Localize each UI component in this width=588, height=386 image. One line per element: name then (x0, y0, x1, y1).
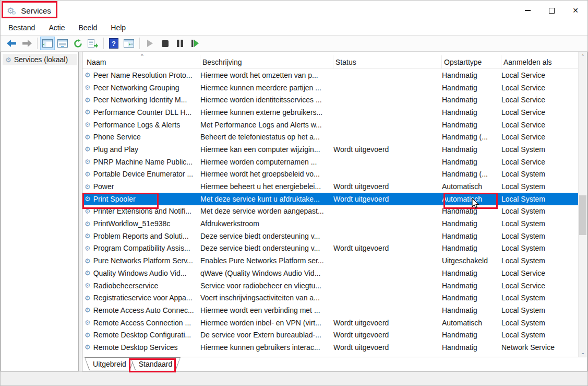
service-startup-cell: Handmatig (442, 294, 501, 302)
tree-item-services-local[interactable]: ⚙ Services (lokaal) (3, 54, 77, 65)
table-row[interactable]: ⚙ Phone Service Beheert de telefoniestat… (82, 131, 578, 143)
pause-icon (177, 40, 183, 47)
properties-icon (57, 39, 68, 48)
table-row[interactable]: ⚙ Peer Name Resolution Proto... Hiermee … (82, 69, 578, 81)
show-console-tree-button[interactable] (40, 37, 55, 50)
table-row[interactable]: ⚙ Problem Reports and Soluti... Deze ser… (82, 230, 578, 242)
table-row[interactable]: ⚙ Remote Access Auto Connec... Hiermee w… (82, 304, 578, 317)
refresh-button[interactable] (70, 37, 85, 50)
table-row[interactable]: ⚙ Portable Device Enumerator ... Hiermee… (82, 168, 578, 181)
table-row[interactable]: ⚙ Remote Access Connection ... Hiermee w… (82, 317, 578, 329)
properties-button[interactable] (55, 37, 70, 50)
close-button[interactable]: ✕ (563, 1, 587, 20)
start-service-button[interactable] (142, 37, 157, 50)
table-row[interactable]: ⚙ Peer Networking Identity M... Hiermee … (82, 93, 578, 106)
column-header-beschrijving[interactable]: Beschrijving (200, 55, 333, 69)
tab-label: Standaard (130, 357, 181, 370)
table-row[interactable]: ⚙ Radiobeheerservice Service voor radiob… (82, 279, 578, 292)
service-status-cell: Wordt uitgevoerd (333, 145, 442, 154)
table-row[interactable]: ⚙ Registratieservice voor Appa... Voert … (82, 291, 578, 304)
sort-ascending-icon: ^ (141, 53, 143, 59)
service-description-cell: Hiermee wordt een verbinding met ... (200, 306, 333, 314)
tab-uitgebreid[interactable]: Uitgebreid (85, 357, 135, 370)
scroll-up-icon[interactable]: ⌃ (579, 52, 587, 61)
forward-button[interactable] (19, 37, 34, 50)
service-name-cell: ⚙ PrintWorkflow_51e938c (85, 219, 200, 228)
minimize-icon (525, 10, 531, 11)
column-header-opstarttype[interactable]: Opstarttype (442, 55, 501, 69)
service-name-cell: ⚙ Plug and Play (85, 145, 200, 154)
minimize-button[interactable] (515, 1, 539, 20)
service-startup-cell: Handmatig (442, 207, 501, 215)
column-header-aanmelden-als[interactable]: Aanmelden als (501, 55, 578, 69)
service-name: Performance Logs & Alerts (93, 121, 181, 129)
table-row[interactable]: ⚙ PrintWorkflow_51e938c Afdrukwerkstroom… (82, 217, 578, 230)
service-logon-cell: Local System (501, 256, 578, 265)
pause-service-button[interactable] (173, 37, 187, 50)
table-row[interactable]: ⚙ Pure Networks Platform Serv... Enables… (82, 254, 578, 267)
service-logon-cell: Local System (501, 306, 578, 314)
menu-actie[interactable]: Actie (42, 21, 71, 34)
table-row[interactable]: ⚙ Remote Desktop Configurati... De servi… (82, 329, 578, 341)
table-row[interactable]: ⚙ Print Spooler Met deze service kunt u … (82, 193, 578, 205)
table-row[interactable]: ⚙ PNRP Machine Name Public... Hiermee wo… (82, 156, 578, 168)
menu-help[interactable]: Help (104, 21, 133, 34)
service-startup-cell: Handmatig (... (442, 133, 501, 141)
service-logon-cell: Local System (501, 195, 578, 203)
service-description-cell: Service voor radiobeheer en vliegtu... (200, 282, 333, 290)
table-row[interactable]: ⚙ Performance Counter DLL H... Hiermee k… (82, 106, 578, 119)
service-gear-icon: ⚙ (85, 71, 91, 79)
service-description-cell: Met deze service worden aangepast... (200, 207, 333, 215)
menu-beeld[interactable]: Beeld (72, 21, 104, 34)
toolbar-separator (103, 38, 104, 49)
vertical-scrollbar[interactable]: ⌃ ⌄ (578, 52, 587, 357)
service-name-cell: ⚙ Registratieservice voor Appa... (85, 294, 200, 302)
service-description-cell: Enables Pure Networks Platform ser... (200, 256, 333, 265)
menu-bestand[interactable]: Bestand (2, 21, 42, 34)
service-gear-icon: ⚙ (85, 158, 91, 166)
scroll-down-icon[interactable]: ⌄ (579, 348, 587, 357)
service-startup-cell: Handmatig (442, 71, 501, 79)
show-action-pane-button[interactable] (122, 37, 136, 50)
stop-service-button[interactable] (158, 37, 172, 50)
service-startup-cell: Uitgeschakeld (442, 256, 501, 265)
service-logon-cell: Local Service (501, 84, 578, 92)
table-row[interactable]: ⚙ Power Hiermee beheert u het energiebel… (82, 180, 578, 193)
table-row[interactable]: ⚙ Printer Extensions and Notifi... Met d… (82, 205, 578, 218)
service-description-cell: Hiermee kunnen meerdere partijen ... (200, 84, 333, 92)
service-name-cell: ⚙ Printer Extensions and Notifi... (85, 207, 200, 215)
table-row[interactable]: ⚙ Remote Desktop Services Hiermee kunnen… (82, 341, 578, 354)
service-name: Peer Networking Identity M... (93, 96, 187, 104)
service-name-cell: ⚙ Remote Desktop Services (85, 343, 200, 352)
service-name-cell: ⚙ Phone Service (85, 133, 200, 141)
maximize-button[interactable] (539, 1, 563, 20)
service-gear-icon: ⚙ (85, 331, 91, 339)
export-list-button[interactable] (86, 37, 100, 50)
table-row[interactable]: ⚙ Quality Windows Audio Vid... qWave (Qu… (82, 267, 578, 279)
service-description-cell: Hiermee beheert u het energiebelei... (200, 182, 333, 191)
table-row[interactable]: ⚙ Plug and Play Hiermee kan een computer… (82, 143, 578, 156)
service-description-cell: Hiermee kunnen externe gebruikers... (200, 108, 333, 116)
tree-item-label: Services (lokaal) (14, 55, 68, 64)
maximize-icon (549, 8, 555, 14)
restart-service-button[interactable] (188, 37, 202, 50)
services-list-panel: Naam ^ Beschrijving Status Opstarttype A… (82, 52, 587, 371)
service-gear-icon: ⚙ (85, 244, 91, 252)
service-description-cell: Hiermee worden computernamen ... (200, 158, 333, 166)
service-startup-cell: Handmatig (442, 121, 501, 129)
scrollbar-thumb[interactable] (579, 195, 586, 235)
service-gear-icon: ⚙ (85, 257, 91, 265)
service-gear-icon: ⚙ (85, 84, 91, 91)
column-header-naam[interactable]: Naam ^ (85, 55, 200, 69)
help-button[interactable]: ? (106, 37, 121, 50)
service-status-cell: Wordt uitgevoerd (333, 182, 442, 191)
table-row[interactable]: ⚙ Program Compatibility Assis... Deze se… (82, 242, 578, 255)
back-button[interactable] (4, 37, 19, 50)
service-logon-cell: Local Service (501, 158, 578, 166)
table-row[interactable]: ⚙ Performance Logs & Alerts Met Performa… (82, 119, 578, 131)
tab-standaard[interactable]: Standaard (130, 357, 181, 370)
column-header-status[interactable]: Status (333, 55, 442, 69)
table-row[interactable]: ⚙ Peer Networking Grouping Hiermee kunne… (82, 81, 578, 94)
service-gear-icon: ⚙ (85, 269, 91, 277)
service-logon-cell: Local Service (501, 71, 578, 79)
